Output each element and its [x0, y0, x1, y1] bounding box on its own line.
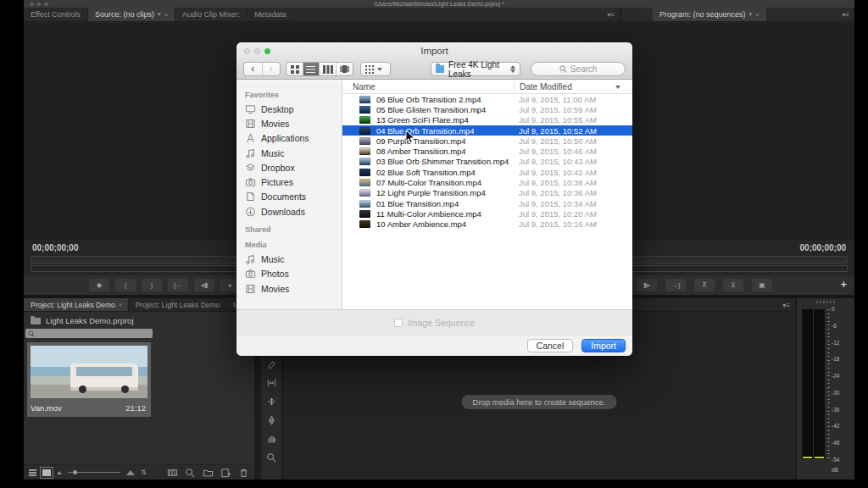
transport-button[interactable]: ◆	[89, 279, 109, 291]
app-traffic-lights[interactable]	[30, 3, 48, 7]
thumbnail-zoom-slider[interactable]	[68, 472, 120, 473]
close-window-button[interactable]	[244, 48, 250, 54]
tab-effect-controls[interactable]: Effect Controls	[24, 8, 88, 21]
close-icon[interactable]: ×	[164, 11, 168, 19]
forward-button[interactable]: ›	[262, 63, 281, 75]
list-view-button[interactable]	[29, 469, 36, 471]
transport-button[interactable]: ⊻	[723, 279, 743, 291]
transport-button[interactable]: }	[142, 279, 162, 291]
coverflow-view-segment[interactable]	[337, 63, 353, 75]
file-date: Jul 9, 2015, 10:36 AM	[514, 188, 632, 197]
sidebar-item-dropbox[interactable]: Dropbox	[245, 160, 342, 175]
chevron-down-icon	[377, 68, 382, 71]
transport-button[interactable]: {	[115, 279, 136, 291]
column-view-segment[interactable]	[320, 63, 337, 75]
close-icon[interactable]: ×	[119, 301, 123, 308]
column-header-name[interactable]: Name	[342, 82, 514, 92]
image-sequence-checkbox[interactable]	[394, 319, 403, 327]
list-view-segment[interactable]	[303, 63, 320, 75]
tool-zoom[interactable]	[264, 451, 278, 463]
file-row[interactable]: 12 Light Purple Transition.mp4Jul 9, 201…	[342, 188, 632, 198]
newitem-icon[interactable]	[220, 468, 231, 478]
icon-view-button[interactable]	[42, 469, 51, 476]
tab-metadata[interactable]: Metadata	[248, 8, 294, 21]
project-search-input[interactable]	[25, 329, 153, 338]
file-row[interactable]: 01 Blue Transition.mp4Jul 9, 2015, 10:34…	[342, 198, 632, 208]
file-row[interactable]: 03 Blue Orb Shimmer Transition.mp4Jul 9,…	[342, 157, 632, 167]
panel-menu-icon[interactable]: ▾≡	[782, 298, 790, 313]
folder-icon[interactable]	[203, 468, 214, 478]
minimize-window-button[interactable]	[254, 48, 260, 54]
video-file-icon	[359, 220, 370, 228]
transport-button[interactable]: ▮▸	[637, 279, 657, 291]
cancel-button[interactable]: Cancel	[527, 339, 574, 352]
tab-source-no-clips[interactable]: Source: (no clips)▾×	[88, 8, 175, 21]
tool-slip[interactable]	[264, 376, 278, 389]
tab-project-light-leaks-demo[interactable]: Project: Light Leaks Demo	[129, 298, 226, 311]
file-row[interactable]: 06 Blue Orb Transition 2.mp4Jul 9, 2015,…	[342, 94, 632, 104]
sidebar-item-documents[interactable]: Documents	[245, 190, 342, 204]
tool-pen[interactable]	[264, 413, 278, 426]
search-field[interactable]: Search	[531, 62, 626, 76]
sidebar-item-music[interactable]: Music	[245, 252, 342, 266]
file-row[interactable]: 04 Blue Orb Transition.mp4Jul 9, 2015, 1…	[342, 125, 632, 136]
panel-grip[interactable]	[816, 301, 835, 303]
meter-tick-label: -54	[832, 457, 850, 463]
tab-project-light-leaks-demo[interactable]: Project: Light Leaks Demo×	[24, 298, 129, 311]
zoom-out-icon[interactable]	[57, 471, 62, 474]
tool-slide[interactable]	[264, 395, 278, 408]
close-icon[interactable]: ×	[755, 11, 760, 19]
file-row[interactable]: 13 Green SciFi Flare.mp4Jul 9, 2015, 10:…	[342, 115, 632, 125]
file-row[interactable]: 02 Blue Soft Transition.mp4Jul 9, 2015, …	[342, 167, 632, 177]
sidebar-item-desktop[interactable]: Desktop	[245, 102, 342, 116]
folder-popup-button[interactable]: Free 4K Light Leaks	[431, 62, 520, 76]
transport-button[interactable]: →}	[665, 279, 686, 291]
chevron-down-icon[interactable]: ▾	[158, 11, 161, 18]
panel-menu-icon[interactable]: ▾≡	[607, 8, 615, 22]
sidebar-item-applications[interactable]: Applications	[245, 131, 342, 146]
sidebar-item-movies[interactable]: Movies	[245, 116, 342, 130]
file-row[interactable]: 08 Amber Transition.mp4Jul 9, 2015, 10:4…	[342, 146, 632, 156]
import-button[interactable]: Import	[581, 339, 626, 352]
program-scrub-area[interactable]	[628, 256, 848, 272]
file-row[interactable]: 11 Multi-Color Ambience.mp4Jul 9, 2015, …	[342, 208, 632, 219]
sidebar-item-pictures[interactable]: Pictures	[245, 175, 342, 189]
zoom-window-button[interactable]	[264, 48, 270, 54]
sidebar-item-downloads[interactable]: Downloads	[245, 204, 342, 219]
filmstrip-icon[interactable]	[167, 468, 178, 478]
video-file-icon	[359, 200, 370, 208]
panel-menu-icon[interactable]: ▾≡	[842, 8, 849, 22]
magnifier-icon[interactable]	[185, 468, 196, 478]
tab-audio-clip-mixer[interactable]: Audio Clip Mixer:	[175, 8, 248, 21]
trash-icon[interactable]	[238, 468, 249, 478]
file-row[interactable]: 07 Multi-Color Transition.mp4Jul 9, 2015…	[342, 177, 632, 187]
file-row[interactable]: 05 Blue Glisten Transition.mp4Jul 9, 201…	[342, 104, 632, 114]
arrangement-menu-button[interactable]	[360, 62, 391, 76]
file-row[interactable]: 09 Purple Transition.mp4Jul 9, 2015, 10:…	[342, 136, 632, 146]
file-row[interactable]: 10 Amber Ambience.mp4Jul 9, 2015, 10:16 …	[342, 219, 632, 230]
transport-button[interactable]: {←	[168, 279, 188, 291]
file-date: Jul 9, 2015, 10:38 AM	[514, 178, 632, 187]
dialog-traffic-lights[interactable]	[244, 48, 270, 54]
zoom-in-icon[interactable]	[126, 470, 135, 475]
sidebar-item-music[interactable]: Music	[245, 146, 342, 160]
chevron-down-icon[interactable]: ▾	[749, 11, 753, 18]
tool-hand[interactable]	[264, 432, 278, 445]
clip-item-van[interactable]: Van.mov 21:12	[27, 342, 151, 417]
sidebar-item-photos[interactable]: Photos	[245, 267, 342, 281]
transport-button[interactable]: ◂▮	[194, 279, 214, 291]
project-root-item[interactable]: Light Leaks Demo.prproj	[31, 316, 134, 325]
back-button[interactable]: ‹	[244, 63, 262, 75]
documents-icon	[245, 191, 256, 202]
meter-tick-label: -48	[832, 440, 850, 446]
tool-razor[interactable]	[264, 358, 278, 370]
tab-program[interactable]: Program: (no sequences) ▾ ×	[653, 8, 767, 21]
transport-button[interactable]: ▣	[752, 279, 772, 291]
icon-view-segment[interactable]	[287, 63, 303, 75]
transport-button[interactable]: ⊼	[694, 279, 715, 291]
add-button[interactable]: +	[840, 278, 847, 291]
sort-toggle-icon[interactable]: ⇅	[141, 469, 147, 476]
column-header-date[interactable]: Date Modified	[514, 80, 632, 93]
sidebar-item-movies[interactable]: Movies	[245, 281, 342, 296]
nav-buttons: ‹ ›	[243, 62, 281, 76]
